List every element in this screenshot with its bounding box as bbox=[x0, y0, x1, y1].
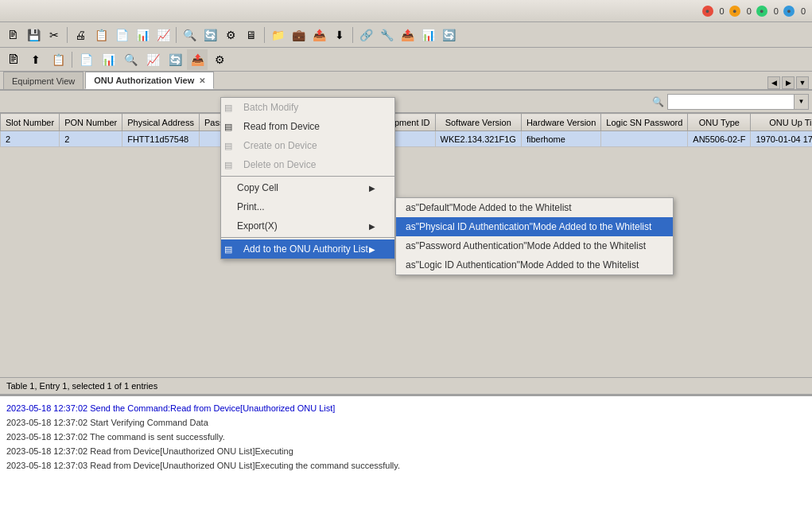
tab-nav-menu[interactable]: ▼ bbox=[796, 76, 809, 89]
status-text: Table 1, Entry 1, selected 1 of 1 entrie… bbox=[6, 381, 157, 391]
toolbar-btn-14[interactable]: 💼 bbox=[289, 25, 308, 45]
tab-bar: Equipment View ONU Authorization View ✕ … bbox=[0, 72, 812, 91]
tab-nav-prev[interactable]: ◀ bbox=[767, 76, 780, 89]
toolbar-btn-1[interactable]: 🖹 bbox=[3, 25, 22, 45]
toolbar2-btn-3[interactable]: 📋 bbox=[48, 49, 68, 70]
toolbar-btn-2[interactable]: 💾 bbox=[24, 25, 43, 45]
search-bar: 🔍 ▼ bbox=[0, 91, 812, 113]
toolbar-btn-19[interactable]: 📤 bbox=[398, 25, 417, 45]
toolbar-btn-8[interactable]: 📈 bbox=[153, 25, 173, 45]
submenu-item-physical-id[interactable]: as"Physical ID Authentication"Mode Added… bbox=[396, 217, 673, 236]
toolbar2-btn-7[interactable]: 📈 bbox=[142, 49, 163, 70]
toolbar-btn-15[interactable]: 📤 bbox=[309, 25, 328, 45]
toolbar-btn-13[interactable]: 📁 bbox=[268, 25, 287, 45]
toolbar2-btn-1[interactable]: 🖹 bbox=[3, 49, 24, 70]
add-onu-icon: ▤ bbox=[224, 244, 240, 255]
status-bar: Table 1, Entry 1, selected 1 of 1 entrie… bbox=[0, 377, 812, 395]
toolbar-btn-18[interactable]: 🔧 bbox=[377, 25, 396, 45]
tab-equipment-view[interactable]: Equipment View bbox=[3, 72, 84, 89]
search-dropdown-button[interactable]: ▼ bbox=[795, 94, 809, 110]
menu-item-batch-modify-label: Batch Modify bbox=[243, 102, 298, 113]
tab-close-icon[interactable]: ✕ bbox=[199, 76, 205, 85]
menu-item-read-from-device[interactable]: ▤ Read from Device bbox=[221, 117, 394, 136]
menu-item-copy-cell[interactable]: Copy Cell ▶ bbox=[221, 178, 394, 197]
toolbar-btn-7[interactable]: 📊 bbox=[133, 25, 152, 45]
toolbar2-btn-4[interactable]: 📄 bbox=[76, 49, 96, 70]
tab-equipment-view-label: Equipment View bbox=[12, 76, 75, 86]
menu-item-export[interactable]: Export(X) ▶ bbox=[221, 216, 394, 236]
cell-slot: 2 bbox=[1, 131, 60, 147]
data-table-container: Slot Number PON Number Physical Address … bbox=[0, 113, 812, 147]
toolbar-sep-2 bbox=[176, 27, 177, 43]
col-software-version: Software Version bbox=[435, 114, 521, 131]
menu-item-read-label: Read from Device bbox=[243, 121, 320, 132]
toolbar-2: 🖹 ⬆ 📋 📄 📊 🔍 📈 🔄 📤 ⚙ bbox=[0, 48, 812, 72]
close-button[interactable]: ● bbox=[702, 6, 713, 17]
log-area: 2023-05-18 12:37:02 Send the Command:Rea… bbox=[0, 395, 812, 510]
search-input[interactable] bbox=[667, 94, 795, 110]
col-pon-number: PON Number bbox=[60, 114, 122, 131]
toolbar-btn-11[interactable]: ⚙ bbox=[221, 25, 240, 45]
cell-physical-address: FHTT11d57548 bbox=[122, 131, 200, 147]
col-onu-up-time: ONU Up Time bbox=[751, 114, 812, 131]
submenu-item-default-label: as"Default"Mode Added to the Whitelist bbox=[406, 202, 572, 213]
toolbar2-btn-8[interactable]: 🔄 bbox=[165, 49, 185, 70]
toolbar2-btn-5[interactable]: 📊 bbox=[98, 49, 118, 70]
menu-item-print[interactable]: Print... bbox=[221, 197, 394, 216]
submenu-item-password[interactable]: as"Password Authentication"Mode Added to… bbox=[396, 236, 673, 255]
toolbar-btn-10[interactable]: 🔄 bbox=[200, 25, 220, 45]
read-device-icon: ▤ bbox=[224, 122, 240, 132]
context-menu: ▤ Batch Modify ▤ Read from Device ▤ Crea… bbox=[220, 97, 395, 259]
submenu-item-logic-id-label: as"Logic ID Authentication"Mode Added to… bbox=[406, 259, 639, 271]
tab-onu-auth-view[interactable]: ONU Authorization View ✕ bbox=[85, 72, 214, 89]
toolbar2-btn-2[interactable]: ⬆ bbox=[25, 49, 46, 70]
submenu-item-logic-id[interactable]: as"Logic ID Authentication"Mode Added to… bbox=[396, 255, 673, 274]
toolbar-btn-21[interactable]: 🔄 bbox=[439, 25, 458, 45]
menu-item-delete-label: Delete on Device bbox=[243, 159, 316, 170]
window-controls: ● 0 ● 0 ● 0 ● 0 bbox=[702, 6, 806, 17]
toolbar-sep-4 bbox=[352, 27, 353, 43]
minimize-button[interactable]: ● bbox=[729, 6, 740, 17]
tab-nav-next[interactable]: ▶ bbox=[782, 76, 795, 89]
toolbar2-btn-9[interactable]: 📤 bbox=[187, 49, 208, 70]
green-badge: 0 bbox=[774, 6, 779, 16]
log-line-4: 2023-05-18 12:37:02 Read from Device[Una… bbox=[6, 444, 806, 458]
menu-item-export-label: Export(X) bbox=[237, 220, 278, 232]
log-line-2: 2023-05-18 12:37:02 Start Verifying Comm… bbox=[6, 415, 806, 430]
red-badge: 0 bbox=[720, 6, 725, 16]
menu-separator-1 bbox=[221, 176, 394, 177]
submenu-item-default[interactable]: as"Default"Mode Added to the Whitelist bbox=[396, 198, 673, 217]
toolbar-btn-9[interactable]: 🔍 bbox=[180, 25, 199, 45]
menu-item-delete-on-device[interactable]: ▤ Delete on Device bbox=[221, 155, 394, 174]
menu-item-create-label: Create on Device bbox=[243, 140, 317, 151]
toolbar-btn-6[interactable]: 📄 bbox=[112, 25, 131, 45]
menu-item-batch-modify[interactable]: ▤ Batch Modify bbox=[221, 98, 394, 117]
submenu-onu-auth: as"Default"Mode Added to the Whitelist a… bbox=[395, 197, 674, 275]
export-arrow: ▶ bbox=[369, 222, 379, 231]
toolbar2-btn-6[interactable]: 🔍 bbox=[120, 49, 141, 70]
menu-item-add-to-onu[interactable]: ▤ Add to the ONU Authority List ▶ bbox=[221, 239, 394, 259]
menu-item-copy-cell-label: Copy Cell bbox=[237, 182, 278, 193]
copy-cell-arrow: ▶ bbox=[369, 184, 379, 193]
submenu-item-password-label: as"Password Authentication"Mode Added to… bbox=[406, 240, 646, 251]
table-row[interactable]: 2 2 FHTT11d57548 RP2622 WKE2.134.321F1G … bbox=[1, 131, 813, 147]
fullscreen-button[interactable]: ● bbox=[783, 6, 795, 17]
toolbar-sep-1 bbox=[67, 27, 68, 43]
toolbar2-btn-10[interactable]: ⚙ bbox=[209, 49, 230, 70]
toolbar-btn-3[interactable]: ✂ bbox=[45, 25, 64, 45]
cell-hardware-version: fiberhome bbox=[521, 131, 600, 147]
cell-onu-type: AN5506-02-F bbox=[688, 131, 751, 147]
delete-device-icon: ▤ bbox=[224, 160, 240, 170]
add-onu-arrow: ▶ bbox=[369, 245, 379, 254]
toolbar-btn-4[interactable]: 🖨 bbox=[71, 25, 90, 45]
toolbar-btn-5[interactable]: 📋 bbox=[91, 25, 111, 45]
toolbar-btn-16[interactable]: ⬇ bbox=[330, 25, 349, 45]
menu-item-create-on-device[interactable]: ▤ Create on Device bbox=[221, 136, 394, 155]
search-icon: 🔍 bbox=[652, 96, 664, 107]
col-slot-number: Slot Number bbox=[1, 114, 60, 131]
toolbar-btn-20[interactable]: 📊 bbox=[418, 25, 437, 45]
toolbar-btn-17[interactable]: 🔗 bbox=[356, 25, 375, 45]
titlebar: ● 0 ● 0 ● 0 ● 0 bbox=[0, 0, 812, 22]
toolbar-btn-12[interactable]: 🖥 bbox=[242, 25, 261, 45]
maximize-button[interactable]: ● bbox=[756, 6, 767, 17]
